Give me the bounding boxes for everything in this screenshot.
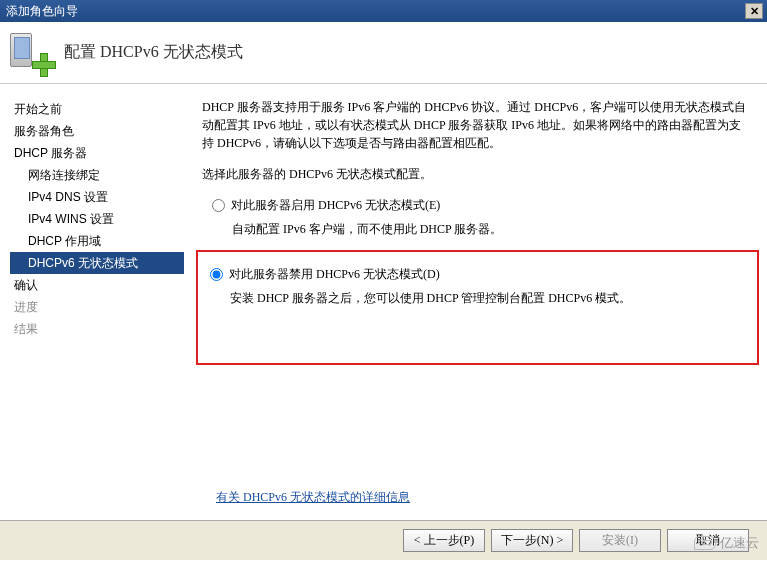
close-button[interactable]: ✕ [745, 3, 763, 19]
next-button[interactable]: 下一步(N) > [491, 529, 573, 552]
prev-button[interactable]: < 上一步(P) [403, 529, 485, 552]
radio-disable[interactable] [210, 268, 223, 281]
option-enable-label: 对此服务器启用 DHCPv6 无状态模式(E) [231, 197, 440, 214]
highlight-box: 对此服务器禁用 DHCPv6 无状态模式(D) 安装 DHCP 服务器之后，您可… [196, 250, 759, 365]
step-ipv4-dns[interactable]: IPv4 DNS 设置 [10, 186, 190, 208]
step-ipv4-wins[interactable]: IPv4 WINS 设置 [10, 208, 190, 230]
step-before-begin[interactable]: 开始之前 [10, 98, 190, 120]
option-disable-subtext: 安装 DHCP 服务器之后，您可以使用 DHCP 管理控制台配置 DHCPv6 … [230, 289, 747, 307]
page-title: 配置 DHCPv6 无状态模式 [64, 42, 243, 63]
radio-enable[interactable] [212, 199, 225, 212]
option-disable-label: 对此服务器禁用 DHCPv6 无状态模式(D) [229, 266, 440, 283]
window-title: 添加角色向导 [6, 0, 78, 22]
more-info-link[interactable]: 有关 DHCPv6 无状态模式的详细信息 [216, 489, 410, 506]
wizard-footer: < 上一步(P) 下一步(N) > 安装(I) 取消 [0, 520, 767, 560]
description-text: DHCP 服务器支持用于服务 IPv6 客户端的 DHCPv6 协议。通过 DH… [202, 98, 749, 152]
main-panel: DHCP 服务器支持用于服务 IPv6 客户端的 DHCPv6 协议。通过 DH… [190, 84, 767, 520]
wizard-icon [10, 33, 50, 73]
option-enable-subtext: 自动配置 IPv6 客户端，而不使用此 DHCP 服务器。 [232, 220, 749, 238]
watermark-logo-icon [694, 536, 716, 550]
wizard-body: 开始之前 服务器角色 DHCP 服务器 网络连接绑定 IPv4 DNS 设置 I… [0, 84, 767, 520]
step-list: 开始之前 服务器角色 DHCP 服务器 网络连接绑定 IPv4 DNS 设置 I… [0, 84, 190, 520]
wizard-header: 配置 DHCPv6 无状态模式 [0, 22, 767, 84]
step-dhcpv6-stateless[interactable]: DHCPv6 无状态模式 [10, 252, 184, 274]
watermark: 亿速云 [694, 534, 759, 552]
step-server-roles[interactable]: 服务器角色 [10, 120, 190, 142]
option-disable-stateless[interactable]: 对此服务器禁用 DHCPv6 无状态模式(D) [210, 266, 747, 283]
option-enable-stateless[interactable]: 对此服务器启用 DHCPv6 无状态模式(E) [212, 197, 749, 214]
window-titlebar: 添加角色向导 ✕ [0, 0, 767, 22]
step-network-bindings[interactable]: 网络连接绑定 [10, 164, 190, 186]
step-progress: 进度 [10, 296, 190, 318]
step-confirm[interactable]: 确认 [10, 274, 190, 296]
install-button: 安装(I) [579, 529, 661, 552]
step-results: 结果 [10, 318, 190, 340]
watermark-text: 亿速云 [720, 534, 759, 552]
step-dhcp-server[interactable]: DHCP 服务器 [10, 142, 190, 164]
instruction-text: 选择此服务器的 DHCPv6 无状态模式配置。 [202, 166, 749, 183]
step-dhcp-scope[interactable]: DHCP 作用域 [10, 230, 190, 252]
